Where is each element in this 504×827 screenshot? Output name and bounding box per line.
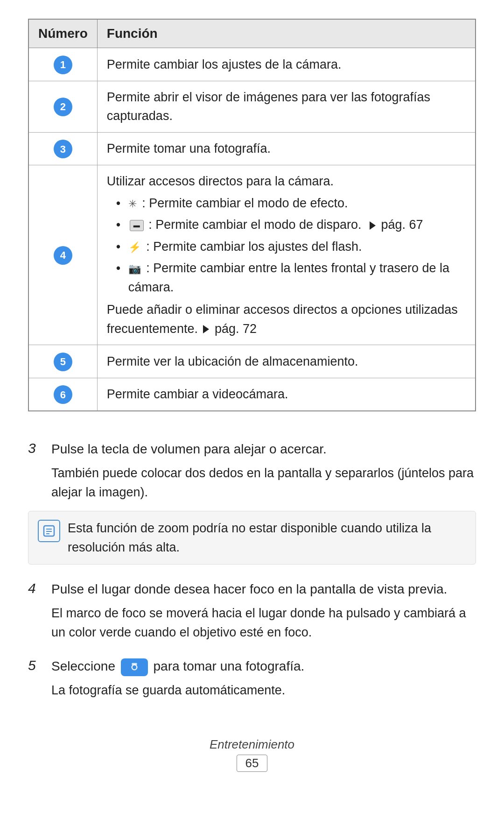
step-5-suffix: para tomar una fotografía. <box>154 659 305 673</box>
row-function-3: Permite tomar una fotografía. <box>97 132 476 165</box>
snowflake-icon: ✳ <box>128 198 137 210</box>
circle-badge-1: 1 <box>54 56 72 74</box>
step-5: 5 Seleccione para tomar una fotografía. … <box>28 657 476 700</box>
step-3-text: Pulse la tecla de volumen para alejar o … <box>51 439 327 459</box>
camera-rotate-icon: 📷 <box>128 263 141 275</box>
step-5-line: 5 Seleccione para tomar una fotografía. <box>28 657 476 676</box>
bullet-rect: • ▬ : Permite cambiar el modo de disparo… <box>116 215 466 234</box>
bullet-flash: • ⚡ : Permite cambiar los ajustes del fl… <box>116 237 466 256</box>
table-row: 6 Permite cambiar a videocámara. <box>28 378 476 411</box>
note-icon <box>38 520 60 542</box>
flash-icon: ⚡ <box>128 241 141 253</box>
step-5-text: Seleccione para tomar una fotografía. <box>51 657 304 676</box>
svg-point-5 <box>133 665 136 669</box>
circle-badge-6: 6 <box>54 385 72 404</box>
camera-shutter-icon <box>121 658 148 676</box>
col-funcion: Función <box>97 19 476 48</box>
table-row: 1 Permite cambiar los ajustes de la cáma… <box>28 48 476 81</box>
step-4-text: Pulse el lugar donde desea hacer foco en… <box>51 580 447 599</box>
step-4-line: 4 Pulse el lugar donde desea hacer foco … <box>28 580 476 599</box>
row-function-2: Permite abrir el visor de imágenes para … <box>97 81 476 132</box>
row-function-5: Permite ver la ubicación de almacenamien… <box>97 345 476 378</box>
step-4: 4 Pulse el lugar donde desea hacer foco … <box>28 580 476 642</box>
circle-badge-4: 4 <box>54 246 72 265</box>
row-number: 6 <box>28 378 97 411</box>
step-5-prefix: Seleccione <box>51 659 115 673</box>
row-number: 4 <box>28 165 97 345</box>
circle-badge-5: 5 <box>54 353 72 371</box>
row4-line1: Utilizar accesos directos para la cámara… <box>107 172 466 191</box>
footer: Entretenimiento 65 <box>28 737 476 772</box>
arrow-icon <box>203 325 209 333</box>
step-5-number: 5 <box>28 657 47 673</box>
row-number: 5 <box>28 345 97 378</box>
footer-section-label: Entretenimiento <box>28 737 476 752</box>
step-3: 3 Pulse la tecla de volumen para alejar … <box>28 439 476 565</box>
circle-badge-3: 3 <box>54 140 72 158</box>
row-function-6: Permite cambiar a videocámara. <box>97 378 476 411</box>
bullet-camera: • 📷 : Permite cambiar entre la lentes fr… <box>116 259 466 297</box>
rect-icon: ▬ <box>130 220 144 231</box>
row4-bullets: • ✳ : Permite cambiar el modo de efecto.… <box>116 194 466 297</box>
note-box: Esta función de zoom podría no estar dis… <box>28 511 476 565</box>
step-5-sub: La fotografía se guarda automáticamente. <box>51 681 476 700</box>
note-text: Esta función de zoom podría no estar dis… <box>68 519 466 557</box>
step-4-sub: El marco de foco se moverá hacia el luga… <box>51 604 476 642</box>
row-number: 1 <box>28 48 97 81</box>
bullet-snowflake: • ✳ : Permite cambiar el modo de efecto. <box>116 194 466 213</box>
step-3-sub: También puede colocar dos dedos en la pa… <box>51 464 476 502</box>
table-row: 2 Permite abrir el visor de imágenes par… <box>28 81 476 132</box>
row4-footer-text: Puede añadir o eliminar accesos directos… <box>107 300 466 338</box>
arrow-icon <box>370 221 376 230</box>
circle-badge-2: 2 <box>54 98 72 116</box>
step-4-number: 4 <box>28 580 47 596</box>
footer-page-number: 65 <box>237 755 268 772</box>
svg-rect-6 <box>132 663 137 665</box>
table-row: 5 Permite ver la ubicación de almacenami… <box>28 345 476 378</box>
row-number: 2 <box>28 81 97 132</box>
row-number: 3 <box>28 132 97 165</box>
table-row: 4 Utilizar accesos directos para la cáma… <box>28 165 476 345</box>
row-function-1: Permite cambiar los ajustes de la cámara… <box>97 48 476 81</box>
row-function-4: Utilizar accesos directos para la cámara… <box>97 165 476 345</box>
function-table: Número Función 1 Permite cambiar los aju… <box>28 19 476 411</box>
col-numero: Número <box>28 19 97 48</box>
step-3-number: 3 <box>28 440 47 456</box>
table-row: 3 Permite tomar una fotografía. <box>28 132 476 165</box>
step-3-line: 3 Pulse la tecla de volumen para alejar … <box>28 439 476 459</box>
